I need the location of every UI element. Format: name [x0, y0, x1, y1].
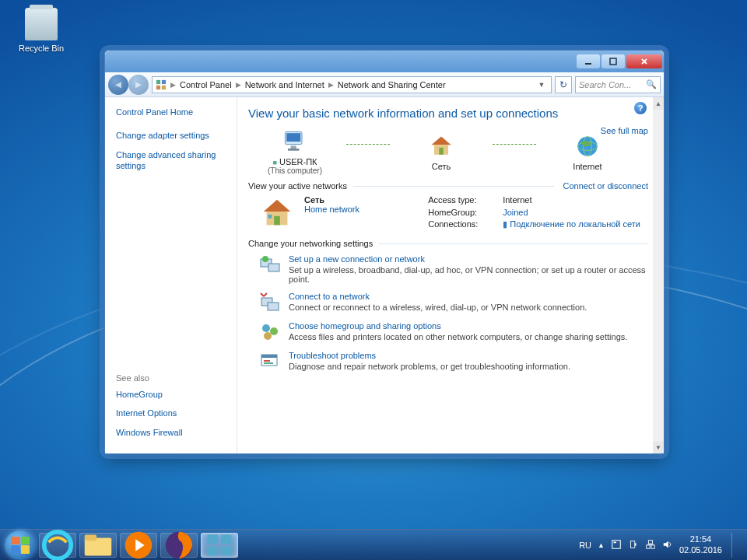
chevron-right-icon[interactable]: ▶ [168, 81, 178, 89]
sidebar-link-adapter-settings[interactable]: Change adapter settings [116, 130, 229, 141]
task-homegroup-sharing[interactable]: Choose homegroup and sharing options Acc… [259, 321, 648, 343]
tray-chevron-up-icon[interactable]: ▲ [598, 541, 605, 549]
clock[interactable]: 21:54 02.05.2016 [679, 534, 722, 555]
chevron-right-icon[interactable]: ▶ [326, 81, 336, 89]
connections-label: Connections: [428, 219, 498, 231]
svg-rect-30 [264, 360, 270, 362]
sidebar-seealso-windows-firewall[interactable]: Windows Firewall [116, 427, 229, 438]
see-also-header: See also [116, 373, 229, 383]
breadcrumb-item[interactable]: Network and Internet [245, 80, 324, 89]
desktop-icon-label: Recycle Bin [19, 44, 64, 53]
map-node-network[interactable]: Сеть [395, 132, 488, 171]
svg-rect-47 [647, 544, 650, 548]
task-title[interactable]: Choose homegroup and sharing options [289, 321, 627, 331]
network-type-link[interactable]: Home network [304, 205, 359, 214]
change-settings-header: Change your networking settings [248, 239, 373, 248]
svg-rect-18 [274, 216, 280, 226]
navigation-bar: ◄ ► ▶ Control Panel ▶ Network and Intern… [105, 72, 664, 97]
svg-rect-3 [162, 79, 166, 83]
svg-rect-38 [208, 534, 218, 544]
svg-rect-21 [268, 264, 279, 271]
window-titlebar[interactable] [105, 51, 664, 72]
scrollbar[interactable]: ▲ ▼ [653, 97, 664, 453]
map-node-internet[interactable]: Internet [541, 132, 634, 171]
network-name: Сеть [304, 195, 398, 205]
connection-link[interactable]: ▮ Подключение по локальной сети [503, 219, 640, 231]
svg-rect-44 [630, 541, 634, 548]
access-type-value: Internet [503, 195, 640, 206]
taskbar-firefox-button[interactable] [160, 533, 198, 558]
svg-rect-1 [610, 58, 616, 65]
network-tray-icon[interactable] [645, 539, 656, 551]
see-full-map-link[interactable]: See full map [601, 126, 648, 135]
taskbar-media-player-button[interactable] [120, 533, 157, 558]
task-desc: Diagnose and repair network problems, or… [289, 362, 570, 371]
map-node-sublabel: (This computer) [248, 166, 342, 175]
show-desktop-button[interactable] [731, 533, 739, 558]
task-title[interactable]: Connect to a network [289, 292, 587, 301]
connect-disconnect-link[interactable]: Connect or disconnect [554, 181, 648, 191]
sidebar-home-link[interactable]: Control Panel Home [116, 107, 229, 117]
map-node-label: Internet [541, 162, 634, 171]
svg-rect-29 [261, 355, 277, 358]
ethernet-icon: ▮ [503, 219, 507, 229]
address-bar[interactable]: ▶ Control Panel ▶ Network and Internet ▶… [152, 76, 552, 93]
taskbar: RU ▲ 21:54 02.05.2016 [0, 529, 747, 560]
taskbar-explorer-button[interactable] [79, 533, 117, 558]
svg-rect-12 [439, 147, 443, 154]
task-title[interactable]: Troubleshoot problems [289, 351, 570, 360]
connect-network-icon [259, 292, 281, 313]
minimize-button[interactable] [577, 54, 600, 68]
troubleshoot-icon [259, 351, 281, 373]
start-button[interactable] [5, 530, 36, 560]
scroll-up-icon[interactable]: ▲ [653, 97, 664, 110]
task-setup-connection[interactable]: Set up a new connection or network Set u… [259, 254, 648, 284]
language-indicator[interactable]: RU [579, 541, 591, 550]
search-icon: 🔍 [646, 79, 657, 89]
chevron-right-icon[interactable]: ▶ [233, 81, 244, 89]
refresh-button[interactable]: ↻ [555, 76, 572, 93]
breadcrumb-item[interactable]: Control Panel [180, 80, 232, 89]
homegroup-value-link[interactable]: Joined [503, 208, 640, 219]
action-center-icon[interactable] [611, 539, 622, 551]
forward-button[interactable]: ► [128, 75, 149, 95]
task-troubleshoot[interactable]: Troubleshoot problems Diagnose and repai… [259, 351, 648, 373]
recycle-bin-icon [25, 8, 58, 40]
scroll-down-icon[interactable]: ▼ [653, 441, 664, 453]
control-panel-window: ◄ ► ▶ Control Panel ▶ Network and Intern… [104, 50, 665, 454]
svg-point-26 [270, 327, 278, 335]
system-tray: RU ▲ 21:54 02.05.2016 [579, 533, 742, 558]
sidebar-link-advanced-sharing[interactable]: Change advanced sharing settings [116, 149, 229, 172]
svg-rect-19 [268, 215, 272, 219]
svg-rect-7 [286, 133, 300, 142]
clock-date: 02.05.2016 [679, 545, 722, 555]
homegroup-icon [259, 321, 281, 343]
volume-icon[interactable] [662, 539, 673, 551]
maximize-button[interactable] [601, 54, 625, 68]
address-dropdown-icon[interactable]: ▼ [535, 81, 548, 89]
control-panel-icon [156, 79, 167, 90]
svg-rect-4 [156, 85, 160, 89]
breadcrumb-item[interactable]: Network and Sharing Center [338, 80, 446, 89]
svg-rect-43 [613, 541, 616, 543]
task-title[interactable]: Set up a new connection or network [289, 254, 648, 264]
taskbar-ie-button[interactable] [39, 533, 76, 558]
power-icon[interactable] [628, 539, 639, 551]
svg-point-32 [44, 531, 72, 558]
setup-connection-icon [259, 254, 281, 276]
sidebar-seealso-internet-options[interactable]: Internet Options [116, 408, 229, 418]
back-button[interactable]: ◄ [108, 75, 128, 95]
search-input[interactable]: Search Con... 🔍 [575, 76, 661, 93]
task-desc: Access files and printers located on oth… [289, 332, 627, 341]
map-node-this-computer[interactable]: ■ USER-ПК (This computer) [248, 128, 342, 175]
sidebar-seealso-homegroup[interactable]: HomeGroup [116, 389, 229, 400]
svg-rect-48 [651, 544, 654, 548]
svg-rect-31 [264, 362, 273, 364]
svg-marker-10 [431, 136, 451, 145]
task-connect-network[interactable]: Connect to a network Connect or reconnec… [259, 292, 648, 313]
desktop-icon-recycle-bin[interactable]: Recycle Bin [14, 8, 68, 53]
computer-icon [281, 128, 309, 156]
taskbar-control-panel-button[interactable] [201, 533, 238, 558]
sidebar: Control Panel Home Change adapter settin… [105, 97, 237, 453]
close-button[interactable] [626, 54, 662, 68]
